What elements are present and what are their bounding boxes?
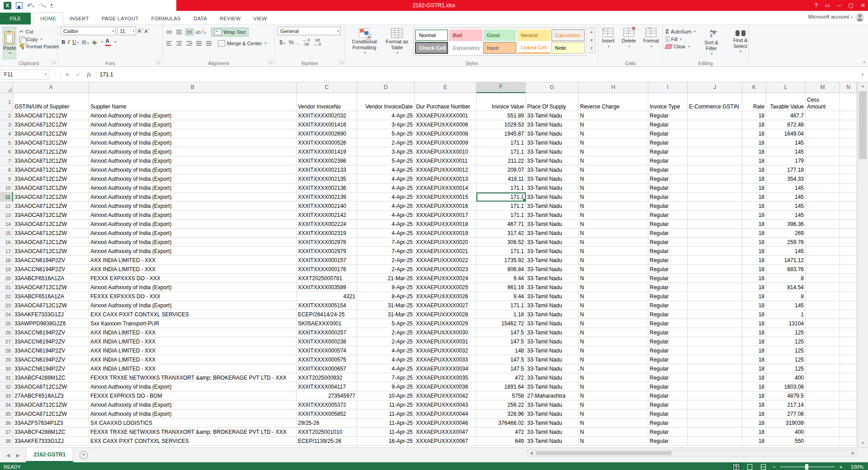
- scroll-right-icon[interactable]: ▶: [849, 451, 857, 455]
- cell-M9[interactable]: [806, 174, 840, 183]
- tab-formulas[interactable]: FORMULAS: [145, 13, 187, 24]
- cell-E13[interactable]: XXXAEPUXXXX0017: [415, 211, 476, 220]
- style-neutral[interactable]: Neutral: [517, 29, 550, 41]
- cell-M37[interactable]: [806, 428, 840, 437]
- cell-F29[interactable]: 147.5: [476, 355, 526, 364]
- cell-I17[interactable]: Regular: [648, 247, 688, 256]
- cell-L32[interactable]: 1603.08: [766, 382, 806, 391]
- cell-F11[interactable]: 171.1: [476, 193, 526, 202]
- cell-B7[interactable]: Airxxxt Authxxxty of India (Export): [89, 156, 297, 165]
- cell-B17[interactable]: Airxxxt Authxxxty of India (Export): [89, 247, 297, 256]
- cell-F22[interactable]: 9.44: [476, 292, 526, 301]
- cell-K8[interactable]: 18: [742, 165, 766, 174]
- clear-button[interactable]: Clear▾: [665, 44, 696, 49]
- cell-M27[interactable]: [806, 337, 840, 346]
- cell-A8[interactable]: 33AAOCA8712C1ZW: [13, 165, 89, 174]
- horizontal-scrollbar[interactable]: ◀ ▶: [527, 450, 857, 456]
- cell-C9[interactable]: XXXITXXXX002135: [297, 174, 357, 183]
- cell-E11[interactable]: XXXAEPUXXXX0015: [415, 193, 476, 202]
- cell-G8[interactable]: 33-Tamil Nadu: [526, 165, 579, 174]
- cell-C15[interactable]: XXXITXXXX002319: [297, 229, 357, 238]
- cell-G5[interactable]: 33-Tamil Nadu: [526, 138, 579, 147]
- cell-A1[interactable]: GSTIN/UIN of Supplier: [13, 93, 89, 111]
- cell-K29[interactable]: 18: [742, 355, 766, 364]
- cell-D36[interactable]: 11-Apr-25: [357, 418, 415, 428]
- cell-D38[interactable]: 16-Apr-25: [357, 437, 415, 446]
- cell-C13[interactable]: XXXITXXXX002142: [297, 211, 357, 220]
- close-button[interactable]: ✕: [861, 2, 865, 9]
- cell-M24[interactable]: [806, 310, 840, 319]
- cell-K3[interactable]: 18: [742, 120, 766, 129]
- cell-D24[interactable]: 31-Mar-25: [357, 310, 415, 319]
- number-format-combo[interactable]: General▾: [278, 27, 341, 35]
- cell-I24[interactable]: Regular: [648, 310, 688, 319]
- cell-M25[interactable]: [806, 319, 840, 328]
- cell-C3[interactable]: XXXITXXXX001416: [297, 120, 357, 129]
- row-header-27[interactable]: 27: [0, 337, 13, 346]
- gallery-down-icon[interactable]: ▼: [590, 38, 594, 42]
- cell-J5[interactable]: [688, 138, 742, 147]
- style-good[interactable]: Good: [483, 29, 516, 41]
- cell-I34[interactable]: Regular: [648, 400, 688, 409]
- tab-view[interactable]: VIEW: [247, 13, 273, 24]
- cell-G13[interactable]: 33-Tamil Nadu: [526, 211, 579, 220]
- cell-H21[interactable]: N: [579, 283, 648, 292]
- cell-A15[interactable]: 33AAOCA8712C1ZW: [13, 229, 89, 238]
- zoom-percent[interactable]: 100%: [847, 464, 863, 470]
- tab-insert[interactable]: INSERT: [63, 13, 95, 24]
- cell-F14[interactable]: 467.71: [476, 220, 526, 229]
- cell-A21[interactable]: 33AAOCA8712C1ZW: [13, 283, 89, 292]
- cell-D1[interactable]: Vendor InvoiceDate: [357, 93, 415, 111]
- cell-J6[interactable]: [688, 147, 742, 156]
- cell-I26[interactable]: Regular: [648, 328, 688, 337]
- format-as-table-button[interactable]: Format as Table ▾: [382, 27, 411, 59]
- cell-G19[interactable]: 33-Tamil Nadu: [526, 265, 579, 274]
- row-header-5[interactable]: 5: [0, 138, 13, 147]
- cell-C23[interactable]: XXXITXXXX005154: [297, 301, 357, 310]
- cell-N28[interactable]: [840, 346, 857, 355]
- microsoft-account-menu[interactable]: Microsoft account▾: [808, 14, 853, 19]
- cell-B27[interactable]: AXX INDIA LIMITED - XXX: [89, 337, 297, 346]
- align-center-button[interactable]: [175, 40, 184, 47]
- row-header-10[interactable]: 10: [0, 183, 13, 193]
- cell-H3[interactable]: N: [579, 120, 648, 129]
- cell-L33[interactable]: 4879.5: [766, 391, 806, 400]
- cell-K19[interactable]: 18: [742, 265, 766, 274]
- cell-L24[interactable]: 1: [766, 310, 806, 319]
- cell-L15[interactable]: 269: [766, 229, 806, 238]
- cell-F4[interactable]: 1945.87: [476, 129, 526, 138]
- cell-I35[interactable]: Regular: [648, 409, 688, 418]
- cell-L25[interactable]: 13104: [766, 319, 806, 328]
- row-header-14[interactable]: 14: [0, 220, 13, 229]
- cell-C34[interactable]: XXXITXXXX005372: [297, 400, 357, 409]
- cell-L3[interactable]: 872.48: [766, 120, 806, 129]
- cell-M33[interactable]: [806, 391, 840, 400]
- cell-J3[interactable]: [688, 120, 742, 129]
- cell-N11[interactable]: [840, 193, 857, 202]
- column-header-M[interactable]: M: [806, 82, 840, 93]
- align-left-button[interactable]: [165, 40, 174, 47]
- cell-G30[interactable]: 33-Tamil Nadu: [526, 364, 579, 373]
- cell-K38[interactable]: 18: [742, 437, 766, 446]
- fill-color-button[interactable]: [92, 41, 98, 43]
- column-header-L[interactable]: L: [766, 82, 806, 93]
- row-header-7[interactable]: 7: [0, 156, 13, 165]
- cell-G22[interactable]: 33-Tamil Nadu: [526, 292, 579, 301]
- cell-M5[interactable]: [806, 138, 840, 147]
- cell-D34[interactable]: 11-Apr-25: [357, 400, 415, 409]
- increase-indent-button[interactable]: [205, 40, 213, 47]
- row-header-12[interactable]: 12: [0, 202, 13, 211]
- cell-I12[interactable]: Regular: [648, 202, 688, 211]
- cell-D10[interactable]: 4-Apr-25: [357, 183, 415, 193]
- cell-B32[interactable]: Airxxxt Authxxxty of India (Export): [89, 382, 297, 391]
- cell-J17[interactable]: [688, 247, 742, 256]
- cell-A12[interactable]: 33AAOCA8712C1ZW: [13, 202, 89, 211]
- cell-J8[interactable]: [688, 165, 742, 174]
- cell-F37[interactable]: 472: [476, 428, 526, 437]
- cell-A18[interactable]: 33AACCN6194P2ZV: [13, 256, 89, 265]
- row-header-30[interactable]: 30: [0, 364, 13, 373]
- cell-J13[interactable]: [688, 211, 742, 220]
- row-header-13[interactable]: 13: [0, 211, 13, 220]
- cell-M22[interactable]: [806, 292, 840, 301]
- cell-J10[interactable]: [688, 183, 742, 193]
